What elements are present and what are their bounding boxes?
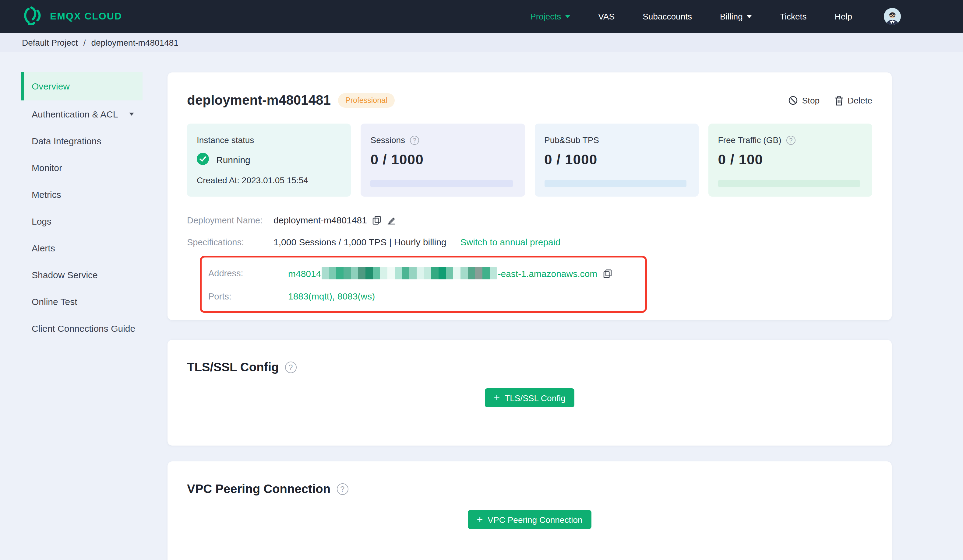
sidebar-item-overview[interactable]: Overview [21,72,143,100]
stats-row: Instance status Running Created At: 2023… [187,123,872,197]
chevron-down-icon [129,112,134,115]
delete-button[interactable]: Delete [834,95,872,105]
deployment-name-label: Deployment Name: [187,215,274,225]
traffic-value: 0 / 100 [718,152,860,168]
tps-value: 0 / 1000 [544,152,686,168]
nav-item-label: Projects [530,11,561,21]
redacted-block [482,267,490,279]
redacted-block [468,267,475,279]
sidebar-item-authentication-acl[interactable]: Authentication & ACL [21,100,143,127]
nav-item-projects[interactable]: Projects [530,11,570,21]
stop-label: Stop [802,95,820,105]
ports-value: 1883(mqtt), 8083(ws) [288,291,375,301]
redacted-block [358,267,365,279]
plan-badge: Professional [338,93,395,108]
brand-name: EMQX CLOUD [50,11,122,22]
help-circle-icon[interactable]: ? [285,362,296,373]
copy-icon[interactable] [603,269,612,278]
address-highlight-box: Address: m48014 -east-1.amazonaws.com [200,256,647,313]
sidebar-item-label: Data Integrations [32,136,101,146]
top-nav: EMQX CLOUD Projects VAS Subaccounts Bill… [0,0,963,33]
address-row: Address: m48014 -east-1.amazonaws.com [208,267,638,279]
nav-item-label: VAS [598,11,614,21]
brand-logo[interactable]: EMQX CLOUD [22,6,122,27]
stop-button[interactable]: Stop [788,95,820,105]
sidebar-item-shadow-service[interactable]: Shadow Service [21,261,143,288]
redacted-block [329,267,336,279]
sidebar-item-monitor[interactable]: Monitor [21,154,143,181]
redacted-block [424,267,431,279]
main-content: deployment-m4801481 Professional Stop [167,73,892,560]
button-label: VPC Peering Connection [488,515,582,524]
redacted-block [475,267,482,279]
help-circle-icon[interactable]: ? [786,136,795,144]
tps-progressbar [544,180,686,187]
status-badge: Running [216,155,250,165]
deployment-name-value: deployment-m4801481 [274,215,367,225]
redacted-block [365,267,373,279]
nav-item-billing[interactable]: Billing [720,11,752,21]
specifications-value: 1,000 Sessions / 1,000 TPS | Hourly bill… [274,237,446,247]
plus-icon: + [477,514,483,524]
sidebar-item-online-test[interactable]: Online Test [21,288,143,315]
breadcrumb-separator: / [83,38,86,47]
nav-item-subaccounts[interactable]: Subaccounts [643,11,692,21]
redacted-block [322,267,329,279]
nav-item-help[interactable]: Help [835,11,852,21]
sidebar: Overview Authentication & ACL Data Integ… [0,52,167,342]
overview-card: deployment-m4801481 Professional Stop [167,73,892,320]
nav-item-tickets[interactable]: Tickets [780,11,807,21]
breadcrumb-project[interactable]: Default Project [22,38,78,47]
redacted-block [490,267,497,279]
sidebar-item-label: Client Connections Guide [32,323,135,333]
redacted-block [417,267,424,279]
specifications-row: Specifications: 1,000 Sessions / 1,000 T… [187,237,872,247]
copy-icon[interactable] [373,215,382,225]
redacted-block [460,267,468,279]
help-circle-icon[interactable]: ? [337,483,348,495]
sessions-progressbar [371,180,513,187]
emqx-logo-icon [22,6,43,27]
nav-item-vas[interactable]: VAS [598,11,614,21]
stat-label: Sessions [371,135,405,145]
vpc-peering-card: VPC Peering Connection ? + VPC Peering C… [167,461,892,560]
stat-label: Pub&Sub TPS [544,135,599,145]
redacted-address-blocks [322,267,497,279]
redacted-block [409,267,417,279]
sidebar-item-label: Metrics [32,189,61,199]
sidebar-item-label: Overview [32,81,70,91]
edit-icon[interactable] [387,215,396,225]
chevron-down-icon [747,15,752,18]
redacted-block [344,267,351,279]
redacted-block [395,267,402,279]
add-vpc-peering-connection-button[interactable]: + VPC Peering Connection [467,510,592,529]
address-label: Address: [208,269,288,278]
nav-item-label: Subaccounts [643,11,692,21]
stat-label: Free Traffic (GB) [718,135,781,145]
redacted-block [387,267,395,279]
address-prefix: m48014 [288,268,321,278]
sidebar-item-alerts[interactable]: Alerts [21,234,143,261]
deployment-name-row: Deployment Name: deployment-m4801481 [187,215,872,225]
switch-annual-prepaid-link[interactable]: Switch to annual prepaid [460,237,561,247]
sidebar-item-metrics[interactable]: Metrics [21,181,143,207]
sidebar-item-label: Monitor [32,162,62,173]
page-title: deployment-m4801481 [187,92,331,108]
redacted-block [439,267,446,279]
redacted-block [402,267,409,279]
chevron-down-icon [565,15,570,18]
vpc-peering-title: VPC Peering Connection [187,482,331,496]
button-label: TLS/SSL Config [505,393,566,403]
sidebar-item-data-integrations[interactable]: Data Integrations [21,127,143,154]
user-avatar[interactable] [884,8,901,25]
pubsub-tps-card: Pub&Sub TPS 0 / 1000 [535,123,699,197]
ports-label: Ports: [208,291,288,301]
help-circle-icon[interactable]: ? [410,136,419,144]
plus-icon: + [494,392,500,403]
address-suffix: -east-1.amazonaws.com [498,268,597,278]
add-tls-ssl-config-button[interactable]: + TLS/SSL Config [485,388,575,407]
sidebar-item-client-connections-guide[interactable]: Client Connections Guide [21,315,143,342]
sidebar-item-logs[interactable]: Logs [21,207,143,234]
stop-icon [788,95,798,105]
nav-item-label: Billing [720,11,743,21]
